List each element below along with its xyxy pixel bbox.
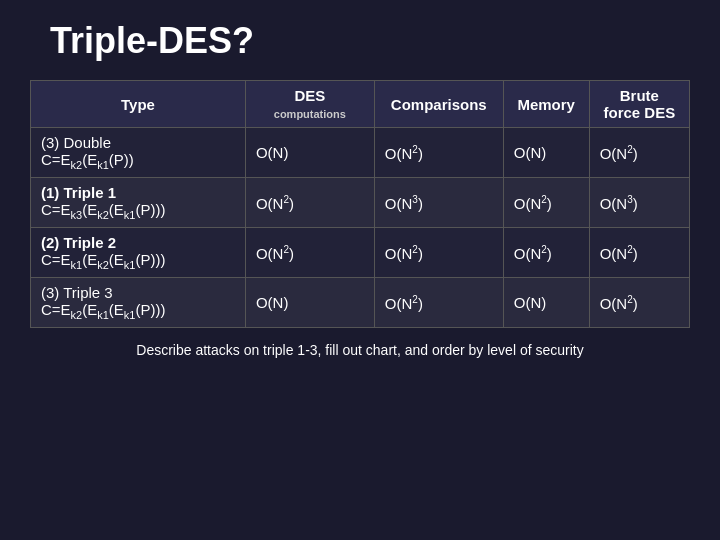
type-label: (3) Triple 3 — [41, 284, 113, 301]
type-formula: C=Ek2(Ek1(P)) — [41, 151, 134, 168]
type-label: (3) Double — [41, 134, 111, 151]
cell-comparisons: O(N2) — [374, 128, 503, 178]
header-memory: Memory — [503, 81, 589, 128]
type-label: (1) Triple 1 — [41, 184, 116, 201]
cell-comparisons: O(N2) — [374, 278, 503, 328]
cell-comparisons: O(N2) — [374, 228, 503, 278]
table-row: (3) Double C=Ek2(Ek1(P)) O(N) O(N2) O(N)… — [31, 128, 690, 178]
type-formula: C=Ek3(Ek2(Ek1(P))) — [41, 201, 165, 218]
cell-des: O(N2) — [245, 228, 374, 278]
table-row: (1) Triple 1 C=Ek3(Ek2(Ek1(P))) O(N2) O(… — [31, 178, 690, 228]
cell-memory: O(N) — [503, 278, 589, 328]
header-brute: Brute force DES — [589, 81, 689, 128]
cell-memory: O(N2) — [503, 178, 589, 228]
comparison-table: Type DES computations Comparisons Memory… — [30, 80, 690, 328]
type-formula: C=Ek1(Ek2(Ek1(P))) — [41, 251, 165, 268]
type-label: (2) Triple 2 — [41, 234, 116, 251]
main-table-container: Type DES computations Comparisons Memory… — [30, 80, 690, 328]
cell-comparisons: O(N3) — [374, 178, 503, 228]
header-des: DES computations — [245, 81, 374, 128]
page-title: Triple-DES? — [50, 20, 254, 62]
cell-brute: O(N2) — [589, 228, 689, 278]
cell-brute: O(N2) — [589, 278, 689, 328]
header-comparisons: Comparisons — [374, 81, 503, 128]
type-formula: C=Ek2(Ek1(Ek1(P))) — [41, 301, 165, 318]
table-row: (2) Triple 2 C=Ek1(Ek2(Ek1(P))) O(N2) O(… — [31, 228, 690, 278]
header-type: Type — [31, 81, 246, 128]
cell-des: O(N2) — [245, 178, 374, 228]
cell-type: (3) Triple 3 C=Ek2(Ek1(Ek1(P))) — [31, 278, 246, 328]
cell-brute: O(N3) — [589, 178, 689, 228]
cell-type: (2) Triple 2 C=Ek1(Ek2(Ek1(P))) — [31, 228, 246, 278]
footer-text: Describe attacks on triple 1-3, fill out… — [136, 342, 583, 358]
cell-type: (3) Double C=Ek2(Ek1(P)) — [31, 128, 246, 178]
table-row: (3) Triple 3 C=Ek2(Ek1(Ek1(P))) O(N) O(N… — [31, 278, 690, 328]
cell-brute: O(N2) — [589, 128, 689, 178]
cell-des: O(N) — [245, 278, 374, 328]
cell-memory: O(N) — [503, 128, 589, 178]
cell-type: (1) Triple 1 C=Ek3(Ek2(Ek1(P))) — [31, 178, 246, 228]
cell-memory: O(N2) — [503, 228, 589, 278]
cell-des: O(N) — [245, 128, 374, 178]
